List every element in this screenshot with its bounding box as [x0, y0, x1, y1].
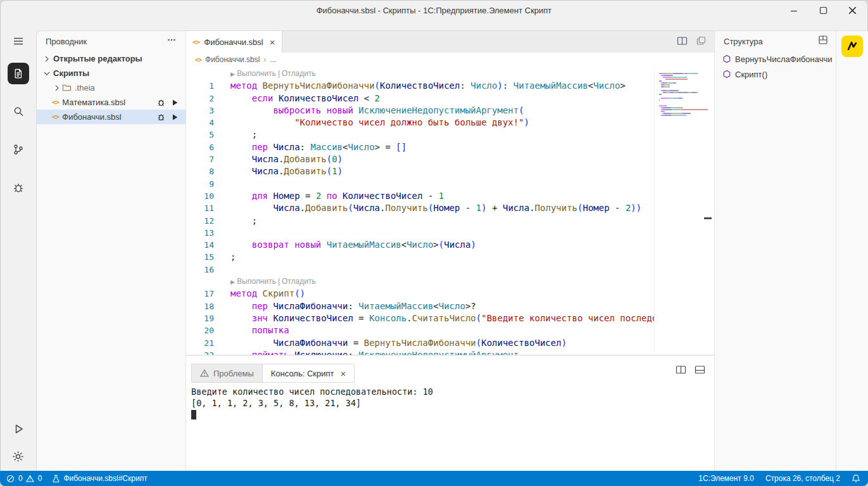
line-number: 22	[186, 349, 230, 355]
minimap-line	[659, 75, 712, 76]
console-tab-close-icon[interactable]: ×	[340, 369, 346, 378]
code-editor[interactable]: ▶ Выполнить|Отладить1метод ВернутьЧислаФ…	[186, 67, 714, 355]
outline-view-button[interactable]	[818, 35, 828, 48]
panel-tab-bar: Проблемы Консоль: Скрипт ×	[186, 355, 714, 383]
codelens-debug-link[interactable]: Отладить	[282, 277, 316, 286]
line-number: 15	[186, 251, 230, 263]
explorer-item[interactable]: <>Фибоначчи.sbsl	[37, 110, 186, 124]
explorer-section-0[interactable]: Открытые редакторы	[37, 51, 186, 66]
cursor-position[interactable]: Строка 26, столбец 2	[765, 474, 840, 483]
explorer-item[interactable]: .theia	[37, 80, 186, 95]
tab-problems[interactable]: Проблемы	[191, 364, 262, 383]
codelens-debug-link[interactable]: Отладить	[282, 69, 316, 78]
activity-settings-button[interactable]	[8, 445, 29, 467]
breadcrumb-file[interactable]: Фибоначчи.sbsl	[205, 55, 260, 64]
explorer-more-actions-button[interactable]	[167, 35, 177, 48]
product-version[interactable]: 1С:Элемент 9.0	[698, 474, 754, 483]
explorer-item[interactable]: <>Математика.sbsl	[37, 95, 186, 110]
minimap[interactable]	[654, 67, 714, 355]
code-line[interactable]: 14 возврат новый ЧитаемыйМассив<Число>(Ч…	[186, 239, 714, 251]
editor-tab[interactable]: <> Фибоначчи.sbsl ×	[186, 31, 282, 53]
code-line[interactable]: 19 знч КоличествоЧисел = Консоль.Считать…	[186, 312, 714, 324]
code-token	[230, 313, 252, 323]
debug-file-icon[interactable]	[156, 112, 166, 122]
code-token: .	[406, 313, 412, 323]
code-token	[230, 154, 252, 164]
code-line[interactable]: ▶ Выполнить|Отладить	[186, 68, 714, 80]
codelens-run-icon[interactable]: ▶	[230, 71, 235, 77]
activity-debug-button[interactable]	[8, 177, 29, 198]
code-line[interactable]: 16	[186, 264, 714, 276]
debug-file-icon[interactable]	[156, 98, 166, 107]
warning-icon	[26, 475, 34, 483]
code-line[interactable]: 10 для Номер = 2 по КоличествоЧисел - 1	[186, 190, 714, 202]
code-line[interactable]: 3 выбросить новый ИсключениеНедопустимый…	[186, 105, 714, 117]
activity-run-button[interactable]	[8, 418, 29, 440]
code-line[interactable]: 17метод Скрипт()	[186, 288, 714, 300]
code-line[interactable]: 20 попытка	[186, 324, 714, 336]
code-token	[230, 166, 252, 176]
code-line[interactable]: 15;	[186, 251, 714, 263]
code-line[interactable]: 8 Числа.Добавить(1)	[186, 165, 714, 177]
menu-button[interactable]	[8, 30, 29, 52]
code-line[interactable]: 6 пер Числа: Массив<Число> = []	[186, 141, 714, 153]
codelens-run-link[interactable]: Выполнить	[237, 69, 276, 78]
chevron-right-icon	[42, 54, 52, 64]
line-number	[186, 276, 230, 288]
notifications-button[interactable]	[852, 474, 860, 483]
code-line[interactable]: 4 "Количество чисел должно быть больше д…	[186, 117, 714, 129]
codelens-run-icon[interactable]: ▶	[230, 279, 235, 285]
run-file-icon[interactable]	[170, 113, 179, 122]
minimap-line	[659, 80, 712, 82]
activity-search-button[interactable]	[8, 101, 29, 122]
outline-item[interactable]: ВернутьЧислаФибоначчи	[715, 51, 836, 67]
status-bar-left: 0 0 Фибоначчи.sbsl#Скрипт	[6, 474, 698, 483]
sash-handle[interactable]	[704, 217, 712, 219]
code-token	[230, 325, 252, 335]
code-line[interactable]: 1метод ВернутьЧислаФибоначчи(КоличествоЧ…	[186, 80, 714, 92]
code-line[interactable]: 11 Числа.Добавить(Числа.Получить(Номер -…	[186, 202, 714, 214]
code-line[interactable]: 5 ;	[186, 129, 714, 141]
code-line[interactable]: ▶ Выполнить|Отладить	[186, 276, 714, 288]
outline-item[interactable]: Скрипт()	[715, 67, 836, 82]
split-panel-button[interactable]	[676, 364, 686, 378]
code-token	[230, 191, 252, 201]
code-token: -	[460, 203, 476, 213]
console-output[interactable]: Введите количество чисел последовательно…	[186, 383, 714, 471]
code-token: )	[337, 154, 343, 164]
code-token: Число	[470, 80, 497, 91]
code-token: Числа	[273, 142, 299, 152]
code-line[interactable]: 12 ;	[186, 215, 714, 227]
activity-source-control-button[interactable]	[8, 139, 29, 160]
minimize-button[interactable]	[779, 0, 808, 21]
maximize-button[interactable]	[808, 0, 838, 21]
code-token	[230, 350, 252, 355]
code-token: Число	[348, 142, 374, 152]
script-context[interactable]: Фибоначчи.sbsl#Скрипт	[52, 474, 147, 483]
editor-more-button[interactable]	[696, 35, 707, 49]
element-logo[interactable]	[841, 35, 863, 57]
code-token: )	[562, 338, 567, 348]
breadcrumb-more[interactable]: ...	[270, 55, 276, 64]
tab-console[interactable]: Консоль: Скрипт ×	[262, 364, 355, 383]
split-editor-button[interactable]	[677, 35, 688, 49]
right-activity-bar	[836, 31, 868, 471]
explorer-section-1[interactable]: Скрипты	[37, 66, 186, 80]
tab-close-icon[interactable]: ×	[270, 37, 275, 47]
code-line[interactable]: 21 ЧислаФибоначчи = ВернутьЧислаФибоначч…	[186, 337, 714, 349]
code-token: <	[588, 80, 593, 91]
code-line[interactable]: 2 если КоличествоЧисел < 2	[186, 93, 714, 105]
code-line[interactable]: 22 поймать Исключение: ИсключениеНедопус…	[186, 349, 714, 355]
code-line[interactable]: 7 Числа.Добавить(0)	[186, 153, 714, 165]
run-file-icon[interactable]	[170, 98, 179, 107]
close-button[interactable]	[838, 0, 867, 21]
sbsl-file-icon: <>	[52, 98, 59, 106]
problems-status[interactable]: 0 0	[6, 474, 42, 483]
codelens-run-link[interactable]: Выполнить	[237, 277, 276, 286]
code-line[interactable]: 18 пер ЧислаФибоначчи: ЧитаемыйМассив<Чи…	[186, 300, 714, 312]
code-line[interactable]: 13	[186, 227, 714, 239]
code-line[interactable]: 9	[186, 178, 714, 190]
panel-layout-button[interactable]	[695, 364, 705, 378]
code-token: .	[380, 203, 385, 213]
activity-explorer-button[interactable]	[8, 63, 29, 84]
